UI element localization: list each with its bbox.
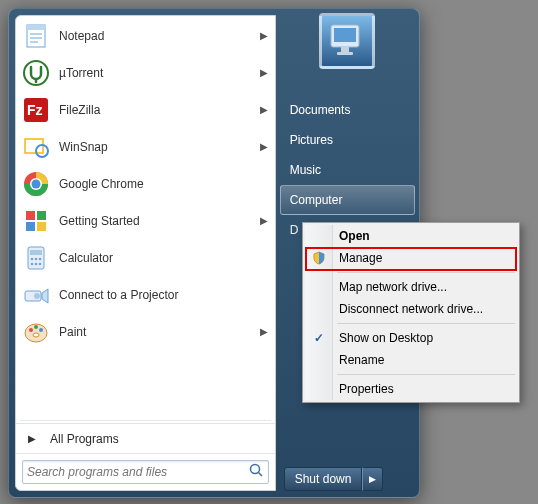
context-item-open[interactable]: Open: [305, 225, 517, 247]
calc-icon: [21, 243, 51, 273]
shutdown-button[interactable]: Shut down: [284, 467, 363, 491]
program-item-getting-started[interactable]: Getting Started▶: [17, 202, 274, 239]
svg-point-21: [35, 257, 38, 260]
svg-point-23: [31, 262, 34, 265]
check-icon: ✓: [311, 330, 327, 346]
svg-point-22: [39, 257, 42, 260]
svg-point-29: [29, 328, 33, 332]
svg-point-32: [33, 333, 39, 337]
context-item-properties[interactable]: Properties: [305, 378, 517, 400]
svg-text:Fz: Fz: [27, 102, 43, 118]
notepad-icon: [21, 21, 51, 51]
program-label: Notepad: [59, 29, 104, 43]
divider: [20, 420, 271, 421]
program-item-winsnap[interactable]: WinSnap▶: [17, 128, 274, 165]
chevron-right-icon: ▶: [260, 141, 268, 152]
left-panel: Notepad▶µTorrent▶FzFileZilla▶WinSnap▶Goo…: [15, 15, 276, 491]
svg-rect-38: [337, 52, 353, 55]
shield-icon: [311, 250, 327, 266]
program-label: WinSnap: [59, 140, 108, 154]
chevron-right-icon: ▶: [260, 215, 268, 226]
context-item-label: Rename: [339, 353, 384, 367]
svg-rect-1: [27, 25, 45, 30]
all-programs-label: All Programs: [50, 432, 119, 446]
fz-icon: Fz: [21, 95, 51, 125]
context-item-label: Show on Desktop: [339, 331, 433, 345]
svg-point-31: [39, 328, 43, 332]
chevron-right-icon: ▶: [260, 326, 268, 337]
svg-point-24: [35, 262, 38, 265]
context-separator: [337, 323, 515, 324]
program-item-paint[interactable]: Paint▶: [17, 313, 274, 350]
svg-point-13: [32, 179, 41, 188]
projector-icon: [21, 280, 51, 310]
program-item-google-chrome[interactable]: Google Chrome: [17, 165, 274, 202]
context-item-label: Disconnect network drive...: [339, 302, 483, 316]
search-input[interactable]: [27, 465, 248, 479]
context-separator: [337, 374, 515, 375]
search-icon[interactable]: [248, 462, 264, 482]
context-item-label: Manage: [339, 251, 382, 265]
program-list: Notepad▶µTorrent▶FzFileZilla▶WinSnap▶Goo…: [16, 16, 275, 418]
program-label: Getting Started: [59, 214, 140, 228]
shutdown-options-button[interactable]: ▶: [362, 467, 383, 491]
right-link-pictures[interactable]: Pictures: [280, 125, 415, 155]
program-label: Paint: [59, 325, 86, 339]
all-programs[interactable]: ▶ All Programs: [16, 423, 275, 453]
context-menu: OpenManageMap network drive...Disconnect…: [302, 222, 520, 403]
search-box[interactable]: [22, 460, 269, 484]
svg-rect-16: [26, 222, 35, 231]
context-item-disconnect-network-drive-[interactable]: Disconnect network drive...: [305, 298, 517, 320]
shutdown-group: Shut down ▶: [284, 467, 411, 491]
chrome-icon: [21, 169, 51, 199]
context-separator: [337, 272, 515, 273]
svg-line-34: [258, 473, 262, 477]
svg-point-30: [34, 325, 38, 329]
program-label: FileZilla: [59, 103, 100, 117]
context-item-manage[interactable]: Manage: [305, 247, 517, 269]
triangle-right-icon: ▶: [28, 433, 36, 444]
context-item-rename[interactable]: Rename: [305, 349, 517, 371]
program-label: µTorrent: [59, 66, 103, 80]
svg-point-20: [31, 257, 34, 260]
program-item-filezilla[interactable]: FzFileZilla▶: [17, 91, 274, 128]
context-item-label: Map network drive...: [339, 280, 447, 294]
right-link-computer[interactable]: Computer: [280, 185, 415, 215]
program-item-notepad[interactable]: Notepad▶: [17, 17, 274, 54]
program-label: Calculator: [59, 251, 113, 265]
svg-rect-36: [334, 28, 356, 42]
context-item-label: Open: [339, 229, 370, 243]
program-item-calculator[interactable]: Calculator: [17, 239, 274, 276]
program-label: Google Chrome: [59, 177, 144, 191]
context-item-show-on-desktop[interactable]: ✓Show on Desktop: [305, 327, 517, 349]
program-item-connect-to-a-projector[interactable]: Connect to a Projector: [17, 276, 274, 313]
svg-point-33: [250, 465, 259, 474]
winsnap-icon: [21, 132, 51, 162]
right-link-documents[interactable]: Documents: [280, 95, 415, 125]
user-picture[interactable]: [319, 13, 375, 69]
search-row: [16, 453, 275, 490]
svg-rect-19: [30, 250, 42, 255]
utorrent-icon: [21, 58, 51, 88]
chevron-right-icon: ▶: [260, 30, 268, 41]
svg-rect-37: [341, 47, 349, 52]
context-item-map-network-drive-[interactable]: Map network drive...: [305, 276, 517, 298]
context-item-label: Properties: [339, 382, 394, 396]
svg-point-27: [34, 293, 40, 299]
svg-rect-14: [26, 211, 35, 220]
getstarted-icon: [21, 206, 51, 236]
svg-rect-15: [37, 211, 46, 220]
program-item--torrent[interactable]: µTorrent▶: [17, 54, 274, 91]
program-label: Connect to a Projector: [59, 288, 178, 302]
svg-rect-17: [37, 222, 46, 231]
svg-point-25: [39, 262, 42, 265]
chevron-right-icon: ▶: [260, 104, 268, 115]
paint-icon: [21, 317, 51, 347]
chevron-right-icon: ▶: [260, 67, 268, 78]
right-link-music[interactable]: Music: [280, 155, 415, 185]
